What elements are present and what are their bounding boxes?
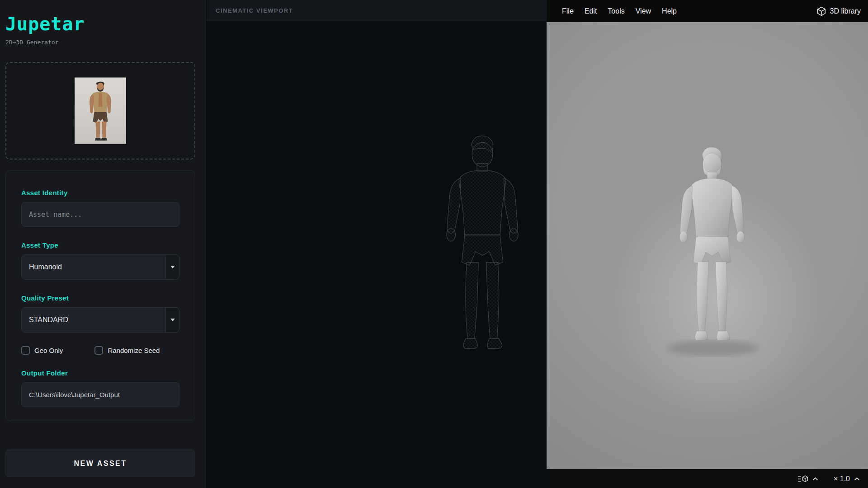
checkbox-box bbox=[21, 346, 30, 355]
asset-type-value: Humanoid bbox=[29, 263, 62, 271]
app-subtitle: 2D→3D Generator bbox=[5, 39, 200, 46]
render-viewport[interactable] bbox=[547, 22, 868, 469]
quality-preset-label: Quality Preset bbox=[21, 294, 179, 302]
output-folder-label: Output Folder bbox=[21, 369, 179, 377]
checkbox-box bbox=[94, 346, 103, 355]
zoom-control[interactable]: × 1.0 bbox=[834, 475, 860, 483]
menu-edit[interactable]: Edit bbox=[579, 5, 603, 18]
asset-identity-label: Asset Identity bbox=[21, 189, 179, 197]
asset-type-label: Asset Type bbox=[21, 241, 179, 249]
zoom-value: × 1.0 bbox=[834, 475, 850, 483]
cinematic-viewport-header: CINEMATIC VIEWPORT bbox=[207, 0, 547, 21]
sidebar: Jupetar 2D→3D Generator bbox=[0, 0, 206, 488]
chevron-down-icon bbox=[165, 255, 179, 279]
asset-name-input[interactable] bbox=[21, 202, 179, 227]
menu-view[interactable]: View bbox=[630, 5, 656, 18]
mesh-options-icon bbox=[797, 475, 808, 483]
menu-file[interactable]: File bbox=[557, 5, 579, 18]
reference-image bbox=[75, 77, 126, 144]
right-panel: File Edit Tools View Help 3D library bbox=[547, 0, 868, 488]
clay-model bbox=[659, 125, 765, 383]
randomize-seed-checkbox[interactable]: Randomize Seed bbox=[94, 346, 160, 355]
asset-type-select[interactable]: Humanoid bbox=[21, 254, 179, 280]
geo-only-label: Geo Only bbox=[34, 347, 63, 354]
wireframe-model bbox=[424, 129, 541, 378]
menubar: File Edit Tools View Help 3D library bbox=[547, 0, 868, 22]
app-window: Jupetar 2D→3D Generator bbox=[0, 0, 868, 488]
viewport-statusbar: × 1.0 bbox=[547, 469, 868, 488]
options-row: Geo Only Randomize Seed bbox=[21, 346, 179, 355]
asset-settings-panel: Asset Identity Asset Type Humanoid Quali… bbox=[5, 170, 195, 421]
new-asset-button[interactable]: NEW ASSET bbox=[5, 450, 195, 477]
chevron-down-icon bbox=[165, 308, 179, 332]
reference-image-dropzone[interactable] bbox=[5, 62, 195, 160]
3d-library-button[interactable]: 3D library bbox=[816, 6, 861, 16]
geo-only-checkbox[interactable]: Geo Only bbox=[21, 346, 63, 355]
output-folder-input[interactable] bbox=[21, 382, 179, 407]
randomize-seed-label: Randomize Seed bbox=[108, 347, 160, 354]
quality-preset-select[interactable]: STANDARD bbox=[21, 307, 179, 333]
cinematic-viewport-title: CINEMATIC VIEWPORT bbox=[216, 7, 293, 14]
menu-tools[interactable]: Tools bbox=[602, 5, 630, 18]
chevron-up-icon bbox=[854, 477, 860, 481]
cinematic-viewport[interactable]: CINEMATIC VIEWPORT bbox=[207, 0, 547, 488]
3d-library-label: 3D library bbox=[830, 7, 861, 15]
cube-icon bbox=[816, 6, 826, 16]
quality-preset-value: STANDARD bbox=[29, 316, 68, 324]
display-mode-control[interactable] bbox=[797, 475, 818, 483]
menu-help[interactable]: Help bbox=[656, 5, 682, 18]
app-title: Jupetar bbox=[5, 14, 200, 34]
chevron-up-icon bbox=[812, 477, 818, 481]
